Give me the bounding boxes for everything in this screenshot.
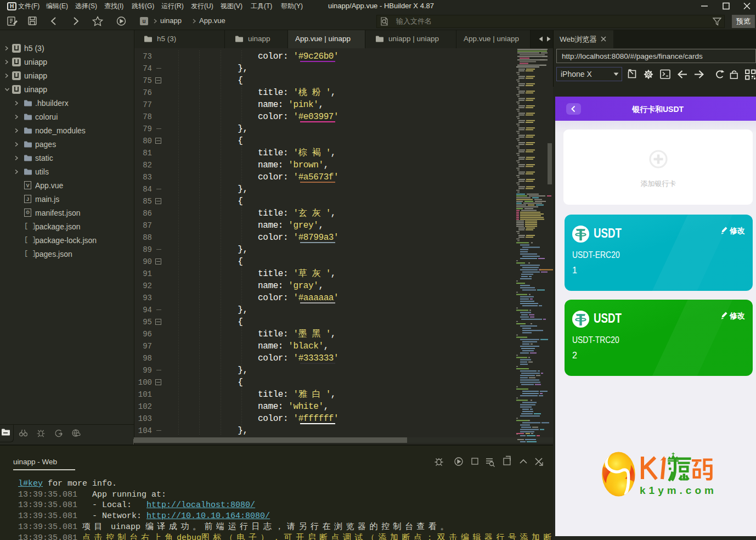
svg-text:u: u bbox=[142, 18, 145, 24]
